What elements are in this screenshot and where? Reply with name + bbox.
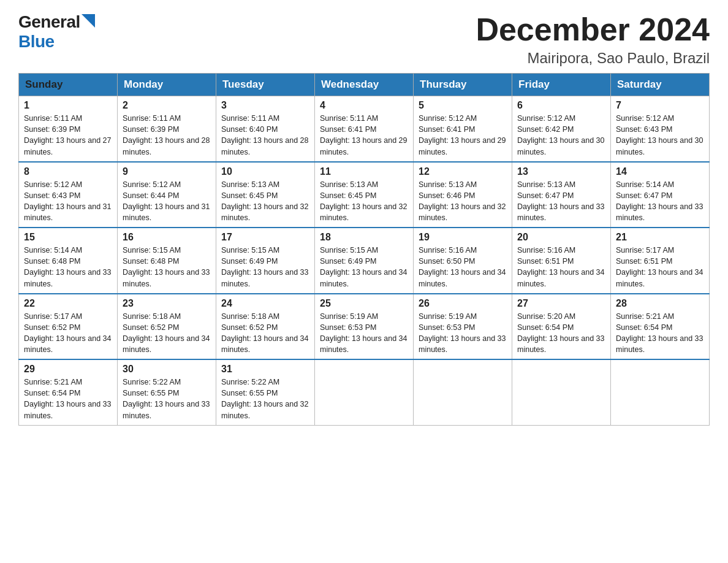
day-number: 18: [320, 232, 408, 243]
day-number: 16: [123, 232, 211, 243]
table-row: 12 Sunrise: 5:13 AMSunset: 6:46 PMDaylig…: [414, 162, 512, 228]
day-info: Sunrise: 5:11 AMSunset: 6:40 PMDaylight:…: [221, 114, 308, 156]
day-info: Sunrise: 5:12 AMSunset: 6:42 PMDaylight:…: [517, 114, 604, 156]
day-info: Sunrise: 5:21 AMSunset: 6:54 PMDaylight:…: [24, 378, 111, 419]
day-info: Sunrise: 5:16 AMSunset: 6:50 PMDaylight:…: [419, 246, 506, 288]
table-row: [512, 359, 611, 425]
table-row: 24 Sunrise: 5:18 AMSunset: 6:52 PMDaylig…: [216, 294, 315, 360]
day-number: 8: [24, 166, 112, 177]
table-row: 21 Sunrise: 5:17 AMSunset: 6:51 PMDaylig…: [611, 228, 710, 294]
table-row: 17 Sunrise: 5:15 AMSunset: 6:49 PMDaylig…: [216, 228, 315, 294]
table-row: 4 Sunrise: 5:11 AMSunset: 6:41 PMDayligh…: [315, 96, 414, 162]
header-saturday: Saturday: [611, 74, 710, 96]
table-row: 8 Sunrise: 5:12 AMSunset: 6:43 PMDayligh…: [19, 162, 118, 228]
day-info: Sunrise: 5:17 AMSunset: 6:52 PMDaylight:…: [24, 312, 111, 354]
day-info: Sunrise: 5:13 AMSunset: 6:46 PMDaylight:…: [419, 180, 506, 222]
day-number: 17: [221, 232, 309, 243]
calendar-week-row: 15 Sunrise: 5:14 AMSunset: 6:48 PMDaylig…: [19, 228, 710, 294]
table-row: [315, 359, 414, 425]
day-number: 24: [221, 298, 309, 309]
table-row: [611, 359, 710, 425]
day-number: 22: [24, 298, 112, 309]
table-row: 9 Sunrise: 5:12 AMSunset: 6:44 PMDayligh…: [118, 162, 216, 228]
table-row: 1 Sunrise: 5:11 AMSunset: 6:39 PMDayligh…: [19, 96, 118, 162]
day-number: 4: [320, 100, 408, 111]
day-number: 12: [419, 166, 507, 177]
table-row: 26 Sunrise: 5:19 AMSunset: 6:53 PMDaylig…: [414, 294, 512, 360]
table-row: 28 Sunrise: 5:21 AMSunset: 6:54 PMDaylig…: [611, 294, 710, 360]
day-info: Sunrise: 5:19 AMSunset: 6:53 PMDaylight:…: [320, 312, 407, 354]
day-number: 6: [517, 100, 605, 111]
day-info: Sunrise: 5:12 AMSunset: 6:44 PMDaylight:…: [123, 180, 210, 222]
calendar-header-row: Sunday Monday Tuesday Wednesday Thursday…: [19, 74, 710, 96]
day-info: Sunrise: 5:12 AMSunset: 6:43 PMDaylight:…: [616, 114, 703, 156]
day-info: Sunrise: 5:17 AMSunset: 6:51 PMDaylight:…: [616, 246, 703, 288]
month-title: December 2024: [476, 12, 710, 47]
calendar-week-row: 8 Sunrise: 5:12 AMSunset: 6:43 PMDayligh…: [19, 162, 710, 228]
day-info: Sunrise: 5:15 AMSunset: 6:49 PMDaylight:…: [221, 246, 308, 288]
day-number: 26: [419, 298, 507, 309]
table-row: 15 Sunrise: 5:14 AMSunset: 6:48 PMDaylig…: [19, 228, 118, 294]
day-number: 9: [123, 166, 211, 177]
day-number: 3: [221, 100, 309, 111]
day-info: Sunrise: 5:11 AMSunset: 6:39 PMDaylight:…: [24, 114, 111, 156]
calendar-week-row: 29 Sunrise: 5:21 AMSunset: 6:54 PMDaylig…: [19, 359, 710, 425]
day-number: 28: [616, 298, 704, 309]
table-row: 5 Sunrise: 5:12 AMSunset: 6:41 PMDayligh…: [414, 96, 512, 162]
header-wednesday: Wednesday: [315, 74, 414, 96]
day-number: 21: [616, 232, 704, 243]
table-row: 16 Sunrise: 5:15 AMSunset: 6:48 PMDaylig…: [118, 228, 216, 294]
day-number: 30: [123, 364, 211, 375]
header-friday: Friday: [512, 74, 611, 96]
day-info: Sunrise: 5:21 AMSunset: 6:54 PMDaylight:…: [616, 312, 703, 354]
day-number: 1: [24, 100, 112, 111]
table-row: 18 Sunrise: 5:15 AMSunset: 6:49 PMDaylig…: [315, 228, 414, 294]
table-row: 10 Sunrise: 5:13 AMSunset: 6:45 PMDaylig…: [216, 162, 315, 228]
day-number: 23: [123, 298, 211, 309]
header-sunday: Sunday: [19, 74, 118, 96]
day-info: Sunrise: 5:14 AMSunset: 6:48 PMDaylight:…: [24, 246, 111, 288]
day-info: Sunrise: 5:18 AMSunset: 6:52 PMDaylight:…: [123, 312, 210, 354]
day-number: 11: [320, 166, 408, 177]
day-number: 14: [616, 166, 704, 177]
location-title: Mairipora, Sao Paulo, Brazil: [476, 50, 710, 67]
day-number: 13: [517, 166, 605, 177]
day-info: Sunrise: 5:15 AMSunset: 6:49 PMDaylight:…: [320, 246, 407, 288]
table-row: 25 Sunrise: 5:19 AMSunset: 6:53 PMDaylig…: [315, 294, 414, 360]
logo-arrow-icon: [82, 14, 95, 28]
day-number: 29: [24, 364, 112, 375]
table-row: 19 Sunrise: 5:16 AMSunset: 6:50 PMDaylig…: [414, 228, 512, 294]
day-number: 15: [24, 232, 112, 243]
logo: General Blue: [18, 12, 95, 52]
svg-marker-0: [82, 14, 95, 28]
day-number: 20: [517, 232, 605, 243]
table-row: 23 Sunrise: 5:18 AMSunset: 6:52 PMDaylig…: [118, 294, 216, 360]
table-row: 14 Sunrise: 5:14 AMSunset: 6:47 PMDaylig…: [611, 162, 710, 228]
day-info: Sunrise: 5:22 AMSunset: 6:55 PMDaylight:…: [221, 378, 308, 419]
day-number: 10: [221, 166, 309, 177]
day-number: 25: [320, 298, 408, 309]
calendar-week-row: 1 Sunrise: 5:11 AMSunset: 6:39 PMDayligh…: [19, 96, 710, 162]
table-row: 3 Sunrise: 5:11 AMSunset: 6:40 PMDayligh…: [216, 96, 315, 162]
header-tuesday: Tuesday: [216, 74, 315, 96]
table-row: [414, 359, 512, 425]
day-info: Sunrise: 5:12 AMSunset: 6:41 PMDaylight:…: [419, 114, 506, 156]
table-row: 7 Sunrise: 5:12 AMSunset: 6:43 PMDayligh…: [611, 96, 710, 162]
logo-general: General: [18, 12, 80, 32]
day-info: Sunrise: 5:16 AMSunset: 6:51 PMDaylight:…: [517, 246, 604, 288]
header-monday: Monday: [118, 74, 216, 96]
day-info: Sunrise: 5:11 AMSunset: 6:41 PMDaylight:…: [320, 114, 407, 156]
table-row: 29 Sunrise: 5:21 AMSunset: 6:54 PMDaylig…: [19, 359, 118, 425]
day-info: Sunrise: 5:18 AMSunset: 6:52 PMDaylight:…: [221, 312, 308, 354]
table-row: 31 Sunrise: 5:22 AMSunset: 6:55 PMDaylig…: [216, 359, 315, 425]
day-info: Sunrise: 5:13 AMSunset: 6:47 PMDaylight:…: [517, 180, 604, 222]
day-info: Sunrise: 5:13 AMSunset: 6:45 PMDaylight:…: [320, 180, 407, 222]
day-info: Sunrise: 5:19 AMSunset: 6:53 PMDaylight:…: [419, 312, 506, 354]
day-number: 27: [517, 298, 605, 309]
table-row: 30 Sunrise: 5:22 AMSunset: 6:55 PMDaylig…: [118, 359, 216, 425]
table-row: 27 Sunrise: 5:20 AMSunset: 6:54 PMDaylig…: [512, 294, 611, 360]
calendar-week-row: 22 Sunrise: 5:17 AMSunset: 6:52 PMDaylig…: [19, 294, 710, 360]
day-number: 7: [616, 100, 704, 111]
logo-blue: Blue: [18, 32, 55, 52]
page-header: General Blue December 2024 Mairipora, Sa…: [18, 12, 710, 67]
